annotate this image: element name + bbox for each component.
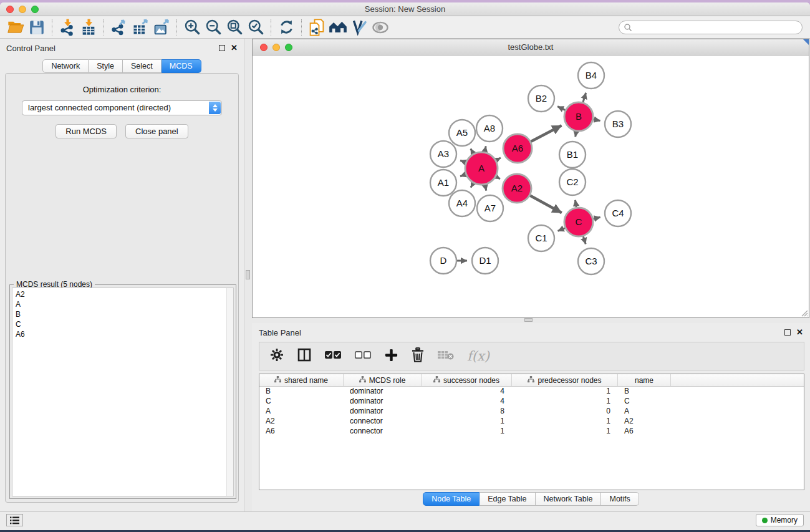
tab-mcds[interactable]: MCDS [162,59,201,73]
table-cell: 4 [422,387,512,397]
tab-network[interactable]: Network [42,59,89,73]
close-window-button[interactable] [6,6,14,13]
run-mcds-button[interactable]: Run MCDS [55,124,117,138]
shared-column-icon [528,376,534,385]
delete-table-icon[interactable] [437,349,455,363]
edge-C-C1[interactable] [558,228,565,231]
zoom-out-icon[interactable] [203,17,224,37]
status-bar: Memory [0,511,810,528]
memory-button[interactable]: Memory [756,514,804,526]
edge-B-B3[interactable] [594,119,600,120]
tab-edge-table[interactable]: Edge Table [480,492,535,506]
table-cell: A [618,407,671,417]
edge-A-A6[interactable] [496,158,501,160]
close-panel-button[interactable]: Close panel [125,124,188,138]
zoom-network-button[interactable] [285,44,292,51]
node-label-B: B [576,111,582,122]
shared-column-icon [359,376,366,385]
mcds-result-list[interactable]: A2ABCA6 [12,288,234,496]
edge-C-C3[interactable] [583,236,586,244]
table-row[interactable]: A2connector11A2 [259,417,804,427]
network-graph[interactable]: B4B2BB3A5A8A6A3B1AA1C2A2A4A7CC1C4C3DD1 [253,56,809,317]
zoom-fit-icon[interactable] [224,17,245,37]
show-commands-button[interactable] [6,514,23,526]
vizmap-icon[interactable] [349,17,370,37]
show-hide-graphics-icon[interactable] [370,17,391,37]
resize-grip-icon[interactable] [799,308,808,317]
edge-A-A7[interactable] [485,185,486,190]
criterion-dropdown[interactable]: largest connected component (directed) [22,100,222,115]
tab-select[interactable]: Select [123,59,162,73]
search-field[interactable] [619,21,803,34]
tab-style[interactable]: Style [89,59,123,73]
column-header-successor-nodes[interactable]: successor nodes [422,374,512,386]
result-item[interactable]: C [16,319,233,329]
delete-column-icon[interactable] [411,347,425,365]
table-row[interactable]: Adominator80A [259,407,804,417]
home-layout-icon[interactable] [327,17,349,37]
table-row[interactable]: A6connector11A6 [259,427,804,437]
zoom-window-button[interactable] [31,6,39,13]
edge-B-B1[interactable] [576,132,576,137]
export-network-icon[interactable] [108,17,130,37]
close-table-panel-icon[interactable]: ✕ [796,329,803,336]
network-table-divider-handle[interactable] [524,318,533,322]
refresh-icon[interactable] [276,17,297,37]
edge-B-B4[interactable] [583,93,586,102]
network-canvas[interactable]: B4B2BB3A5A8A6A3B1AA1C2A2A4A7CC1C4C3DD1 [253,56,809,317]
table-row[interactable]: Bdominator41B [259,387,804,397]
result-item[interactable]: A6 [16,329,233,339]
save-session-icon[interactable] [26,17,47,37]
panel-divider-handle[interactable] [246,270,250,279]
result-item[interactable]: B [16,309,233,319]
column-header-name[interactable]: name [618,374,671,386]
float-table-panel-icon[interactable] [784,329,791,336]
table-row[interactable]: Cdominator41C [259,397,804,407]
tab-network-table[interactable]: Network Table [536,492,602,506]
edge-A-A3[interactable] [460,160,466,162]
minimize-window-button[interactable] [19,6,26,13]
edge-C-C2[interactable] [575,200,576,208]
column-header-MCDS-role[interactable]: MCDS role [344,374,422,386]
add-column-icon[interactable] [384,348,398,365]
node-label-C2: C2 [566,177,578,187]
edge-A-A5[interactable] [471,148,473,153]
export-image-icon[interactable] [151,17,172,37]
edge-A6-B[interactable] [531,125,561,142]
node-label-D: D [440,255,447,266]
edge-A-A2[interactable] [496,177,500,179]
edge-A-A1[interactable] [460,175,466,177]
table-cell: 4 [422,397,512,407]
settings-gear-icon[interactable] [269,347,284,365]
select-all-icon[interactable] [324,351,342,362]
edge-A2-C[interactable] [530,195,562,213]
deselect-all-icon[interactable] [354,351,372,362]
import-table-icon[interactable] [78,17,99,37]
search-input[interactable] [632,22,802,33]
result-item[interactable]: A [16,299,233,309]
result-scrollbar[interactable] [226,288,233,496]
column-visibility-icon[interactable] [297,347,312,365]
close-network-button[interactable] [260,44,268,51]
minimize-network-button[interactable] [272,44,280,51]
edge-B-B2[interactable] [557,107,565,110]
edge-A-A8[interactable] [485,146,486,152]
float-panel-icon[interactable] [219,45,225,51]
column-header-shared-name[interactable]: shared name [259,374,344,386]
zoom-in-icon[interactable] [181,17,203,37]
edge-A-A4[interactable] [471,183,473,188]
node-label-A5: A5 [456,127,468,138]
zoom-selected-icon[interactable] [245,17,266,37]
import-network-icon[interactable] [57,17,78,37]
clone-network-icon[interactable] [306,17,327,37]
mcds-panel: Optimization criterion: largest connecte… [5,73,239,503]
export-table-icon[interactable] [130,17,151,37]
column-header-predecessor-nodes[interactable]: predecessor nodes [512,374,618,386]
open-file-icon[interactable] [5,17,26,37]
function-builder-icon[interactable]: f(x) [467,349,489,364]
close-panel-icon[interactable]: ✕ [231,45,238,51]
result-item[interactable]: A2 [16,289,233,299]
tab-motifs[interactable]: Motifs [601,492,639,506]
tab-node-table[interactable]: Node Table [423,492,480,506]
edge-C-C4[interactable] [593,217,600,219]
